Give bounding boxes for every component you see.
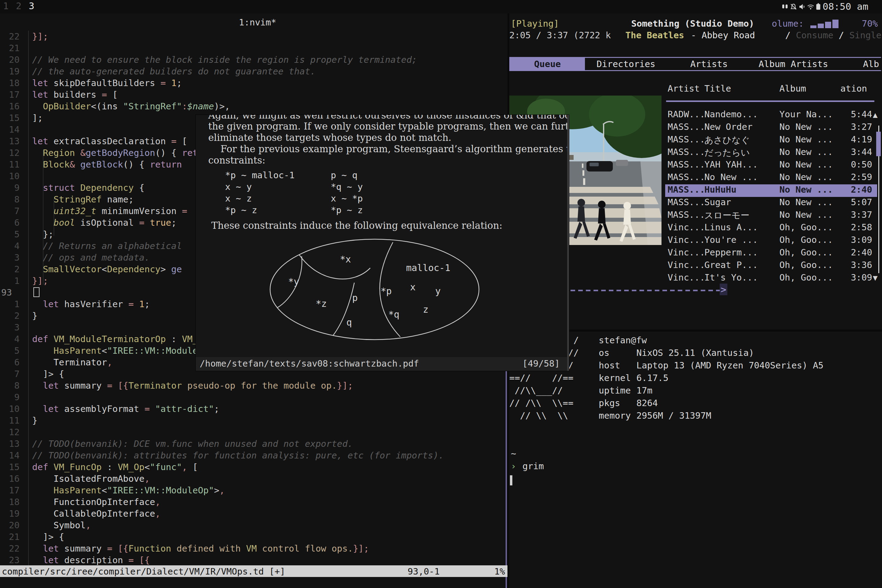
code-line[interactable]: 21 bbox=[0, 42, 507, 54]
workspace-3[interactable]: 3 bbox=[29, 1, 34, 11]
pdf-text-line: These constraints induce the following e… bbox=[212, 220, 502, 231]
workspace-1[interactable]: 1 bbox=[3, 1, 9, 11]
code-line[interactable]: 20// We need to ensure the block inside … bbox=[0, 54, 507, 66]
player-state: [Playing] bbox=[511, 18, 559, 29]
volume-label: olume: bbox=[772, 18, 804, 29]
equivalence-diagram: *xmalloc-1*y*zpq*pxy*qz bbox=[262, 234, 489, 345]
scrollbar-thumb[interactable] bbox=[876, 132, 881, 156]
code-line[interactable]: 8 let summary = [{Terminator pseudo-op f… bbox=[0, 380, 507, 392]
pdf-scrollbar[interactable] bbox=[567, 115, 569, 371]
vim-cursor-position: 93,0-1 bbox=[408, 566, 440, 577]
pdf-text-line: constraints: bbox=[208, 154, 265, 166]
fastfetch-info-label: uptime bbox=[599, 385, 631, 396]
fastfetch-info-value: 8264 bbox=[636, 398, 658, 408]
diagram-label: x bbox=[410, 282, 416, 292]
vim-scroll-percent: 1% bbox=[494, 566, 505, 577]
playlist-column-header[interactable]: Artist bbox=[668, 83, 700, 94]
vim-filename: compiler/src/iree/compiler/Dialect/VM/IR… bbox=[2, 566, 285, 577]
fastfetch-info-value: 17m bbox=[636, 385, 652, 396]
code-line[interactable]: 20 Symbol, bbox=[0, 519, 507, 531]
fastfetch-art-line: // \\ \\ bbox=[509, 410, 568, 421]
playlist-row[interactable]: MASS...No New ...No New ...2:59 bbox=[665, 172, 877, 184]
pdf-constraint: p ∼ q bbox=[331, 170, 363, 181]
pdf-constraints-right: p ∼ q*q ∼ yx ∼ *p*p ∼ z bbox=[331, 170, 363, 216]
code-line[interactable]: 17 HasParent<"IREE::VM::ModuleOp">, bbox=[0, 484, 507, 496]
clock: 08:50 am bbox=[823, 1, 868, 12]
pdf-constraint: x ∼ *p bbox=[331, 193, 363, 204]
code-line[interactable]: 16 IsolatedFromAbove, bbox=[0, 473, 507, 484]
tmux-window-title[interactable]: 1:nvim* bbox=[239, 17, 276, 28]
pdf-constraints-left: *p ∼ malloc-1x ∼ yx ∼ z*p ∼ z bbox=[225, 170, 295, 216]
code-line[interactable]: 21 ]> { bbox=[0, 531, 507, 543]
tab-directories[interactable]: Directories bbox=[597, 59, 656, 69]
code-line[interactable]: 12 bbox=[0, 426, 507, 438]
code-line[interactable]: 11} bbox=[0, 415, 507, 426]
fastfetch-info-label: kernel bbox=[599, 373, 631, 383]
fastfetch-info-value: Laptop 13 (AMD Ryzen 7040Series) A5 bbox=[636, 360, 824, 370]
scroll-down-icon[interactable]: ▼ bbox=[873, 273, 878, 282]
tab-artists[interactable]: Artists bbox=[690, 59, 728, 69]
fastfetch-user: stefan@fw bbox=[599, 335, 647, 345]
code-line[interactable]: 19 CallableOpInterface, bbox=[0, 508, 507, 519]
playlist-row[interactable]: Vinc...It's Yo...Oh, Goo...3:09 bbox=[665, 272, 877, 285]
shell-command[interactable]: grim bbox=[522, 461, 544, 471]
playlist-column-header[interactable]: ation bbox=[840, 83, 867, 94]
playlist-row[interactable]: RADW...Nandemo...Your Na...5:44 bbox=[665, 109, 877, 122]
code-line[interactable]: 15def VM_FuncOp : VM_Op<"func", [ bbox=[0, 461, 507, 473]
fastfetch-info-label: os bbox=[599, 348, 609, 358]
playlist-row[interactable]: MASS...SugarNo New ...5:07 bbox=[665, 197, 877, 210]
fastfetch-info-value: 6.17.5 bbox=[636, 373, 669, 383]
pdf-text-line: the given program. If we only consider t… bbox=[208, 120, 569, 132]
code-line[interactable]: 9 bbox=[0, 392, 507, 403]
diagram-label: *q bbox=[388, 309, 399, 320]
code-line[interactable]: 22}]; bbox=[0, 31, 507, 42]
code-line[interactable]: 13// TODO(benvanik): DCE vm.func when un… bbox=[0, 438, 507, 450]
code-line[interactable]: 16 OpBuilder<(ins "StringRef":$name)>, bbox=[0, 100, 507, 112]
playlist-row[interactable]: MASS...あさひなぐNo New ...4:19 bbox=[665, 134, 877, 147]
playlist-row[interactable]: MASS...スローモーNo New ...3:37 bbox=[665, 210, 877, 222]
fastfetch-art-line: //\\___// bbox=[509, 385, 563, 396]
tab-queue[interactable]: Queue bbox=[534, 59, 561, 69]
playlist-row[interactable]: Vinc...Pepperm...Oh, Goo...2:40 bbox=[665, 247, 877, 260]
pdf-constraint: *p ∼ malloc-1 bbox=[225, 170, 295, 181]
code-line[interactable]: 23 let description = [{ bbox=[0, 554, 507, 566]
diagram-label: *x bbox=[340, 254, 351, 265]
tab-alb[interactable]: Alb bbox=[863, 59, 879, 69]
playlist-row[interactable]: MASS...YAH YAH...No New ...0:50 bbox=[665, 159, 877, 172]
volume-bars-icon[interactable] bbox=[810, 19, 839, 28]
tab-album-artists[interactable]: Album Artists bbox=[759, 59, 828, 69]
playlist-row[interactable]: MASS...New OrderNo New ...3:27 bbox=[665, 122, 877, 134]
playlist-row[interactable]: MASS...HuHuHuNo New ...2:40 bbox=[665, 184, 877, 197]
playlist-row[interactable]: MASS...だったらいNo New ...3:44 bbox=[665, 147, 877, 159]
code-line[interactable]: 18let skipDefaultBuilders = 1; bbox=[0, 77, 507, 89]
volume-value: 70% bbox=[862, 18, 878, 29]
speaker-icon bbox=[798, 3, 806, 11]
code-line[interactable]: 14// TODO(benvanik): attributes for func… bbox=[0, 450, 507, 461]
player-mode-flags: / Consume / Single bbox=[785, 29, 881, 41]
fastfetch-art-line: ==// //== bbox=[509, 373, 574, 383]
playlist-column-header[interactable]: Title bbox=[704, 83, 731, 94]
playlist-row[interactable]: Vinc...You're ...Oh, Goo...3:09 bbox=[665, 235, 877, 247]
pdf-viewer-window[interactable]: Again, we might as well restrict ourselv… bbox=[196, 115, 569, 371]
editor-cursor bbox=[33, 287, 39, 297]
fastfetch-info-value: 2956M / 31397M bbox=[636, 410, 711, 421]
playlist-row[interactable]: Vinc...Great P...Oh, Goo...3:36 bbox=[665, 260, 877, 272]
code-line[interactable]: 19// the auto-generated builders do not … bbox=[0, 66, 507, 77]
playlist-row[interactable]: Vinc...Linus A...Oh, Goo...2:58 bbox=[665, 222, 877, 235]
scroll-up-icon[interactable]: ▲ bbox=[873, 110, 878, 119]
diagram-label: *y bbox=[288, 276, 299, 287]
pdf-text-line: eliminate those targets whose types do n… bbox=[208, 132, 452, 143]
playlist-column-header[interactable]: Album bbox=[779, 83, 806, 94]
code-line[interactable]: 18 FunctionOpInterface, bbox=[0, 496, 507, 508]
workspace-2[interactable]: 2 bbox=[16, 1, 21, 11]
code-line[interactable]: 22 let summary = [{Function defined with… bbox=[0, 543, 507, 554]
vim-statusline: compiler/src/iree/compiler/Dialect/VM/IR… bbox=[0, 566, 507, 577]
player-song-title: Something (Studio Demo) bbox=[631, 18, 754, 29]
pdf-constraint: *p ∼ z bbox=[225, 204, 295, 216]
diagram-label: *p bbox=[381, 286, 392, 297]
code-line[interactable]: 17let builders = [ bbox=[0, 89, 507, 100]
progress-bar-head[interactable]: > bbox=[720, 284, 728, 295]
code-line[interactable]: 10 let assemblyFormat = "attr-dict"; bbox=[0, 403, 507, 415]
fastfetch-art-line: // /\\ \\== bbox=[509, 398, 574, 408]
desktop: 1:nvim* 22}];2120// We need to ensure th… bbox=[0, 0, 882, 588]
